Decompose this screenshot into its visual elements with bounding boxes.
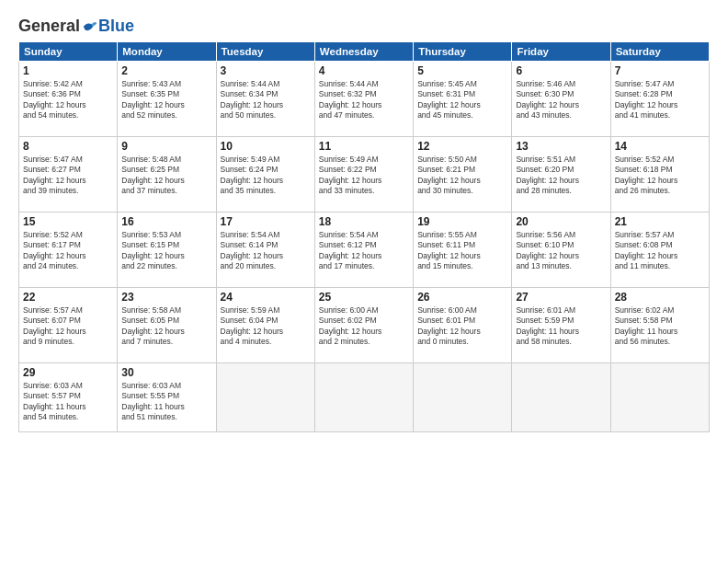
day-number: 24 bbox=[221, 291, 311, 304]
logo-blue: Blue bbox=[98, 17, 134, 36]
day-cell-19: 19Sunrise: 5:55 AMSunset: 6:11 PMDayligh… bbox=[414, 213, 512, 288]
day-info: Sunrise: 5:44 AMSunset: 6:32 PMDaylight:… bbox=[319, 79, 409, 121]
day-number: 13 bbox=[516, 140, 606, 153]
day-header-saturday: Saturday bbox=[610, 42, 709, 62]
day-cell-12: 12Sunrise: 5:50 AMSunset: 6:21 PMDayligh… bbox=[414, 137, 512, 213]
day-number: 14 bbox=[615, 140, 705, 153]
day-number: 28 bbox=[615, 291, 705, 304]
day-cell-1: 1Sunrise: 5:42 AMSunset: 6:36 PMDaylight… bbox=[19, 62, 118, 137]
day-info: Sunrise: 5:56 AMSunset: 6:10 PMDaylight:… bbox=[516, 230, 606, 272]
day-header-sunday: Sunday bbox=[19, 42, 118, 62]
day-info: Sunrise: 5:46 AMSunset: 6:30 PMDaylight:… bbox=[516, 79, 606, 121]
empty-cell bbox=[216, 363, 314, 432]
day-info: Sunrise: 5:47 AMSunset: 6:28 PMDaylight:… bbox=[615, 79, 705, 121]
day-number: 1 bbox=[23, 64, 113, 77]
day-header-thursday: Thursday bbox=[414, 42, 512, 62]
day-info: Sunrise: 5:50 AMSunset: 6:21 PMDaylight:… bbox=[417, 155, 507, 197]
day-header-wednesday: Wednesday bbox=[314, 42, 413, 62]
day-cell-18: 18Sunrise: 5:54 AMSunset: 6:12 PMDayligh… bbox=[314, 213, 413, 288]
day-cell-17: 17Sunrise: 5:54 AMSunset: 6:14 PMDayligh… bbox=[216, 213, 314, 288]
day-number: 3 bbox=[221, 64, 311, 77]
day-info: Sunrise: 5:55 AMSunset: 6:11 PMDaylight:… bbox=[417, 230, 507, 272]
day-number: 17 bbox=[221, 215, 311, 228]
logo-text: General Blue bbox=[18, 17, 134, 36]
day-number: 27 bbox=[516, 291, 606, 304]
week-row-1: 1Sunrise: 5:42 AMSunset: 6:36 PMDaylight… bbox=[19, 62, 710, 137]
day-cell-15: 15Sunrise: 5:52 AMSunset: 6:17 PMDayligh… bbox=[19, 213, 118, 288]
day-number: 10 bbox=[221, 140, 311, 153]
day-info: Sunrise: 5:59 AMSunset: 6:04 PMDaylight:… bbox=[221, 305, 311, 348]
day-number: 4 bbox=[319, 64, 409, 77]
week-row-2: 8Sunrise: 5:47 AMSunset: 6:27 PMDaylight… bbox=[19, 137, 710, 213]
day-info: Sunrise: 5:42 AMSunset: 6:36 PMDaylight:… bbox=[23, 79, 113, 121]
day-cell-22: 22Sunrise: 5:57 AMSunset: 6:07 PMDayligh… bbox=[19, 288, 118, 363]
day-cell-28: 28Sunrise: 6:02 AMSunset: 5:58 PMDayligh… bbox=[610, 288, 709, 363]
day-cell-30: 30Sunrise: 6:03 AMSunset: 5:55 PMDayligh… bbox=[118, 363, 216, 432]
day-info: Sunrise: 6:03 AMSunset: 5:55 PMDaylight:… bbox=[121, 381, 211, 423]
day-number: 19 bbox=[417, 215, 507, 228]
logo: General Blue bbox=[18, 17, 134, 36]
day-cell-25: 25Sunrise: 6:00 AMSunset: 6:02 PMDayligh… bbox=[314, 288, 413, 363]
day-info: Sunrise: 5:54 AMSunset: 6:14 PMDaylight:… bbox=[221, 230, 311, 272]
logo-general: General bbox=[18, 17, 80, 36]
day-number: 7 bbox=[615, 64, 705, 77]
day-info: Sunrise: 5:43 AMSunset: 6:35 PMDaylight:… bbox=[121, 79, 211, 121]
day-info: Sunrise: 5:58 AMSunset: 6:05 PMDaylight:… bbox=[121, 305, 211, 348]
day-number: 12 bbox=[417, 140, 507, 153]
day-number: 9 bbox=[121, 140, 211, 153]
day-cell-27: 27Sunrise: 6:01 AMSunset: 5:59 PMDayligh… bbox=[512, 288, 610, 363]
day-number: 29 bbox=[23, 366, 113, 379]
page: General Blue SundayMondayTuesdayWednesda… bbox=[0, 0, 728, 563]
day-number: 8 bbox=[23, 140, 113, 153]
day-header-tuesday: Tuesday bbox=[216, 42, 314, 62]
day-info: Sunrise: 5:52 AMSunset: 6:18 PMDaylight:… bbox=[615, 155, 705, 197]
day-number: 22 bbox=[23, 291, 113, 304]
day-cell-26: 26Sunrise: 6:00 AMSunset: 6:01 PMDayligh… bbox=[414, 288, 512, 363]
day-info: Sunrise: 5:44 AMSunset: 6:34 PMDaylight:… bbox=[221, 79, 311, 121]
day-cell-5: 5Sunrise: 5:45 AMSunset: 6:31 PMDaylight… bbox=[414, 62, 512, 137]
day-info: Sunrise: 5:52 AMSunset: 6:17 PMDaylight:… bbox=[23, 230, 113, 272]
day-number: 20 bbox=[516, 215, 606, 228]
logo-bird-icon bbox=[82, 18, 98, 35]
day-number: 16 bbox=[121, 215, 211, 228]
day-info: Sunrise: 5:57 AMSunset: 6:07 PMDaylight:… bbox=[23, 305, 113, 348]
day-header-friday: Friday bbox=[512, 42, 610, 62]
day-cell-14: 14Sunrise: 5:52 AMSunset: 6:18 PMDayligh… bbox=[610, 137, 709, 213]
day-number: 26 bbox=[417, 291, 507, 304]
day-number: 15 bbox=[23, 215, 113, 228]
day-info: Sunrise: 6:00 AMSunset: 6:02 PMDaylight:… bbox=[319, 305, 409, 348]
empty-cell bbox=[414, 363, 512, 432]
day-cell-29: 29Sunrise: 6:03 AMSunset: 5:57 PMDayligh… bbox=[19, 363, 118, 432]
day-cell-13: 13Sunrise: 5:51 AMSunset: 6:20 PMDayligh… bbox=[512, 137, 610, 213]
day-number: 30 bbox=[121, 366, 211, 379]
day-info: Sunrise: 5:57 AMSunset: 6:08 PMDaylight:… bbox=[615, 230, 705, 272]
week-row-3: 15Sunrise: 5:52 AMSunset: 6:17 PMDayligh… bbox=[19, 213, 710, 288]
day-cell-16: 16Sunrise: 5:53 AMSunset: 6:15 PMDayligh… bbox=[118, 213, 216, 288]
day-header-monday: Monday bbox=[118, 42, 216, 62]
week-row-4: 22Sunrise: 5:57 AMSunset: 6:07 PMDayligh… bbox=[19, 288, 710, 363]
day-info: Sunrise: 5:51 AMSunset: 6:20 PMDaylight:… bbox=[516, 155, 606, 197]
day-info: Sunrise: 5:54 AMSunset: 6:12 PMDaylight:… bbox=[319, 230, 409, 272]
day-number: 2 bbox=[121, 64, 211, 77]
day-number: 5 bbox=[417, 64, 507, 77]
day-info: Sunrise: 6:00 AMSunset: 6:01 PMDaylight:… bbox=[417, 305, 507, 348]
day-info: Sunrise: 5:45 AMSunset: 6:31 PMDaylight:… bbox=[417, 79, 507, 121]
day-info: Sunrise: 5:47 AMSunset: 6:27 PMDaylight:… bbox=[23, 155, 113, 197]
week-row-5: 29Sunrise: 6:03 AMSunset: 5:57 PMDayligh… bbox=[19, 363, 710, 432]
day-cell-6: 6Sunrise: 5:46 AMSunset: 6:30 PMDaylight… bbox=[512, 62, 610, 137]
day-info: Sunrise: 5:49 AMSunset: 6:24 PMDaylight:… bbox=[221, 155, 311, 197]
day-info: Sunrise: 6:03 AMSunset: 5:57 PMDaylight:… bbox=[23, 381, 113, 423]
day-number: 21 bbox=[615, 215, 705, 228]
day-number: 11 bbox=[319, 140, 409, 153]
day-info: Sunrise: 6:01 AMSunset: 5:59 PMDaylight:… bbox=[516, 305, 606, 348]
empty-cell bbox=[610, 363, 709, 432]
day-number: 6 bbox=[516, 64, 606, 77]
day-info: Sunrise: 5:48 AMSunset: 6:25 PMDaylight:… bbox=[121, 155, 211, 197]
day-cell-2: 2Sunrise: 5:43 AMSunset: 6:35 PMDaylight… bbox=[118, 62, 216, 137]
day-cell-8: 8Sunrise: 5:47 AMSunset: 6:27 PMDaylight… bbox=[19, 137, 118, 213]
day-cell-11: 11Sunrise: 5:49 AMSunset: 6:22 PMDayligh… bbox=[314, 137, 413, 213]
day-info: Sunrise: 5:49 AMSunset: 6:22 PMDaylight:… bbox=[319, 155, 409, 197]
day-cell-20: 20Sunrise: 5:56 AMSunset: 6:10 PMDayligh… bbox=[512, 213, 610, 288]
day-cell-9: 9Sunrise: 5:48 AMSunset: 6:25 PMDaylight… bbox=[118, 137, 216, 213]
day-info: Sunrise: 6:02 AMSunset: 5:58 PMDaylight:… bbox=[615, 305, 705, 348]
